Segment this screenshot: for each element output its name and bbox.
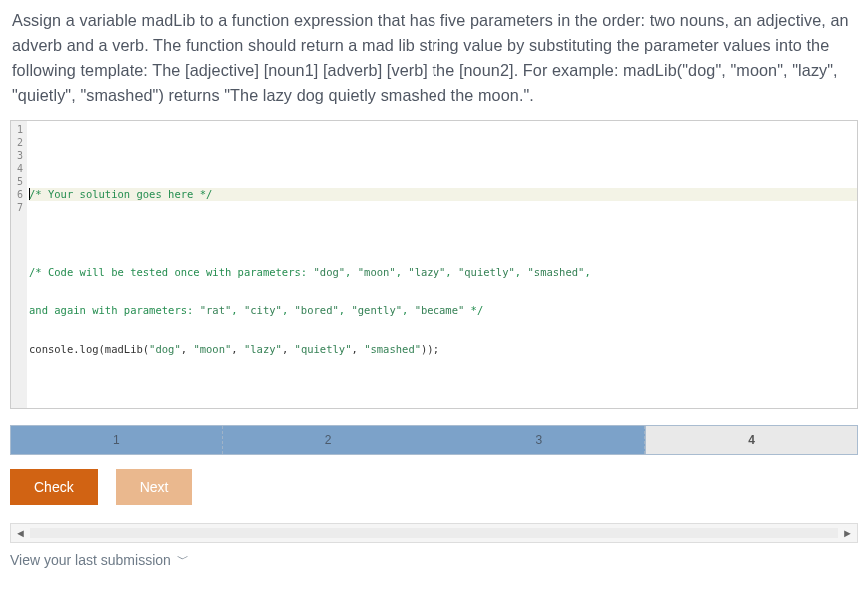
horizontal-scrollbar[interactable]: ◄ ►	[10, 523, 858, 543]
code-line[interactable]: console.log(madLib("dog", "moon", "lazy"…	[29, 343, 857, 356]
check-button[interactable]: Check	[10, 469, 98, 505]
step-3[interactable]: 3	[434, 426, 646, 454]
chevron-down-icon: ﹀	[177, 551, 189, 568]
code-area[interactable]: /* Your solution goes here */ /* Code wi…	[27, 121, 857, 408]
line-number: 5	[13, 175, 23, 188]
step-4-current[interactable]: 4	[645, 426, 857, 454]
comment-text: and again with parameters: "rat", "city"…	[29, 304, 483, 316]
comment-text: /* Your solution goes here */	[29, 188, 212, 200]
view-last-submission[interactable]: View your last submission ﹀	[10, 551, 858, 568]
exercise-prompt: Assign a variable madLib to a function e…	[12, 8, 856, 108]
step-2[interactable]: 2	[223, 426, 434, 454]
code-editor[interactable]: 1 2 3 4 5 6 7 /* Your solution goes here…	[10, 120, 858, 409]
scroll-right-icon[interactable]: ►	[842, 527, 853, 539]
scroll-track[interactable]	[30, 528, 838, 538]
step-progress: 1 2 3 4	[10, 425, 858, 455]
code-text: console.log(madLib("dog", "moon", "lazy"…	[29, 343, 439, 355]
last-submission-label: View your last submission	[10, 552, 171, 568]
line-number: 3	[13, 149, 23, 162]
code-line[interactable]	[29, 382, 857, 395]
scroll-left-icon[interactable]: ◄	[15, 527, 26, 539]
code-line[interactable]	[29, 227, 857, 240]
line-number: 1	[13, 123, 23, 136]
line-number: 6	[13, 188, 23, 201]
step-1[interactable]: 1	[11, 426, 223, 454]
line-number: 7	[13, 201, 23, 214]
line-number: 2	[13, 136, 23, 149]
code-line[interactable]: /* Code will be tested once with paramet…	[29, 266, 857, 279]
code-line[interactable]	[29, 149, 857, 162]
comment-text: /* Code will be tested once with paramet…	[29, 266, 591, 278]
line-gutter: 1 2 3 4 5 6 7	[11, 121, 27, 408]
next-button[interactable]: Next	[116, 469, 193, 505]
button-row: Check Next	[10, 469, 858, 505]
code-line-active[interactable]: /* Your solution goes here */	[29, 188, 857, 201]
line-number: 4	[13, 162, 23, 175]
code-line[interactable]: and again with parameters: "rat", "city"…	[29, 304, 857, 317]
